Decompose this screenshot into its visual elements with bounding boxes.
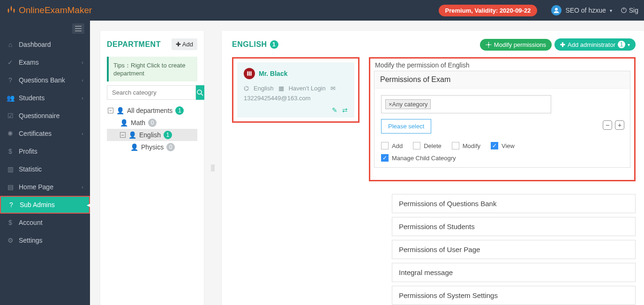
svg-line-4 — [201, 94, 203, 96]
svg-rect-2 — [623, 8, 624, 10]
sidebar-item-label: Dashboard — [19, 41, 51, 48]
user-name: SEO of hzxue — [565, 7, 606, 14]
check-delete[interactable]: Delete — [413, 142, 442, 149]
hamburger-icon — [72, 23, 84, 34]
checkbox-icon — [452, 142, 459, 149]
perm-item-integral[interactable]: Integral message — [392, 263, 636, 282]
edit-icon[interactable]: ✎ — [332, 106, 337, 114]
check-add[interactable]: Add — [381, 142, 403, 149]
collapse-all-button[interactable]: − — [603, 120, 612, 130]
tree-root[interactable]: − 👤 All departments 1 — [107, 104, 197, 117]
sidebar-item-label: Sub Admins — [20, 201, 55, 208]
add-department-button[interactable]: ✚ Add — [172, 38, 197, 50]
admin-login: Haven't Login — [289, 84, 326, 94]
user-menu[interactable]: SEO of hzxue ▾ — [551, 5, 612, 15]
svg-point-0 — [555, 8, 558, 11]
sidebar-item-label: Questions Bank — [19, 76, 65, 84]
transfer-icon[interactable]: ⇄ — [342, 106, 348, 114]
department-tree: − 👤 All departments 1 👤 Math 0 − 👤 Engli… — [107, 104, 197, 153]
tree-label: Physics — [141, 143, 164, 151]
tag-label: Any category — [392, 101, 428, 108]
sidebar-item-account[interactable]: $Account — [0, 214, 90, 231]
collapse-icon[interactable]: − — [120, 132, 126, 138]
tree-label: Math — [131, 119, 145, 126]
perm-item-students[interactable]: Permissions of Students — [392, 217, 636, 236]
button-label: Modify permissions — [494, 41, 546, 48]
person-icon: 👤 — [120, 119, 128, 126]
sidebar-toggle[interactable] — [0, 21, 90, 36]
collapse-icon[interactable]: − — [108, 108, 113, 113]
permission-editor: Modify the permission of English Permiss… — [369, 57, 636, 181]
topbar: OnlineExamMaker Premium, Validity: 2020-… — [0, 0, 644, 21]
sidebar-item-questionnaire[interactable]: ☑Questionnaire — [0, 107, 90, 125]
admin-card[interactable]: Mr. Black ⌬ English ▦ Haven't Login ✉ 13… — [232, 57, 359, 123]
tree-label: English — [139, 131, 161, 139]
perm-item-questions-bank[interactable]: Permissions of Questions Bank — [392, 194, 636, 213]
svg-rect-8 — [250, 71, 251, 75]
svg-point-5 — [487, 44, 489, 45]
search-input[interactable] — [107, 85, 196, 100]
sidebar-item-settings[interactable]: ⚙Settings — [0, 231, 90, 249]
permission-accordion: Permissions of Questions Bank Permission… — [382, 194, 644, 305]
sidebar-item-subadmins[interactable]: ?Sub Admins◂ — [0, 196, 90, 214]
sidebar-item-label: Students — [19, 94, 45, 102]
please-select-button[interactable]: Please select — [381, 119, 431, 134]
expand-all-button[interactable]: + — [615, 120, 624, 130]
premium-badge[interactable]: Premium, Validity: 2020-09-22 — [439, 5, 538, 16]
tree-item-physics[interactable]: 👤 Physics 0 — [107, 141, 197, 153]
sidebar-item-label: Profits — [19, 148, 37, 155]
right-panel: ENGLISH 1 Modify permissions ✚ Add admin… — [222, 31, 644, 305]
resize-handle[interactable] — [210, 31, 215, 305]
search-button[interactable] — [196, 85, 204, 100]
brand-logo[interactable]: OnlineExamMaker — [6, 5, 92, 16]
question-circle-icon: ? — [7, 201, 15, 208]
sitemap-icon: ⌬ — [244, 84, 249, 94]
chevron-down-icon: ▾ — [628, 42, 630, 47]
category-tag[interactable]: ×Any category — [385, 99, 431, 109]
check-label: Manage Child Cateogry — [392, 155, 456, 162]
perm-item-user-page[interactable]: Permissions of User Page — [392, 240, 636, 259]
count-badge: 0 — [166, 143, 175, 151]
sidebar-item-statistic[interactable]: ▥Statistic — [0, 160, 90, 178]
sidebar-item-homepage[interactable]: ▤Home Page‹ — [0, 178, 90, 196]
admin-email: 13229425449@163.com — [244, 94, 311, 104]
sidebar-item-students[interactable]: 👥Students‹ — [0, 89, 90, 107]
active-marker-icon: ◂ — [87, 201, 90, 208]
sidebar-item-label: Statistic — [19, 165, 42, 173]
sidebar-item-label: Home Page — [19, 183, 53, 191]
sidebar-item-certificates[interactable]: ✺Certificates‹ — [0, 125, 90, 142]
svg-rect-7 — [249, 71, 250, 75]
gear-icon — [486, 42, 492, 48]
svg-rect-6 — [247, 71, 248, 75]
avatar-icon — [551, 5, 562, 15]
panel-title: ENGLISH 1 — [232, 40, 278, 49]
tree-item-math[interactable]: 👤 Math 0 — [107, 117, 197, 129]
modify-permissions-button[interactable]: Modify permissions — [480, 39, 552, 51]
tree-item-english[interactable]: − 👤 English 1 — [107, 129, 197, 141]
check-manage-child[interactable]: ✓Manage Child Cateogry — [381, 154, 456, 162]
signout-link[interactable]: Sig — [621, 7, 638, 14]
panel-title-text: ENGLISH — [232, 40, 267, 49]
tip-box: Tips：Right Click to create department — [107, 57, 197, 82]
sidebar-item-dashboard[interactable]: ⌂Dashboard — [0, 36, 90, 53]
add-administrator-button[interactable]: ✚ Add administrator 1 ▾ — [554, 38, 636, 51]
sidebar-item-profits[interactable]: $Profits — [0, 142, 90, 160]
sidebar-item-label: Questionnaire — [19, 112, 60, 119]
permission-section-head[interactable]: Permissions of Exam — [374, 71, 630, 88]
permission-editor-title: Modify the permission of English — [374, 60, 630, 71]
count-badge: 1 — [618, 41, 625, 48]
sidebar-item-label: Settings — [19, 237, 43, 244]
badge-icon: ✺ — [7, 130, 14, 137]
people-icon: 👥 — [7, 94, 14, 102]
button-label: Add administrator — [568, 41, 615, 48]
form-icon: ☑ — [7, 112, 14, 119]
sidebar-item-questions[interactable]: ?Questions Bank‹ — [0, 71, 90, 89]
svg-point-3 — [197, 90, 202, 94]
check-modify[interactable]: Modify — [452, 142, 480, 149]
chevron-down-icon: ▾ — [610, 8, 612, 13]
sidebar-item-exams[interactable]: ✓Exams‹ — [0, 53, 90, 71]
count-badge: 0 — [148, 119, 157, 127]
category-tag-input[interactable]: ×Any category — [381, 95, 551, 113]
perm-item-system-settings[interactable]: Permissions of System Settings — [392, 286, 636, 305]
check-view[interactable]: ✓View — [491, 142, 515, 149]
